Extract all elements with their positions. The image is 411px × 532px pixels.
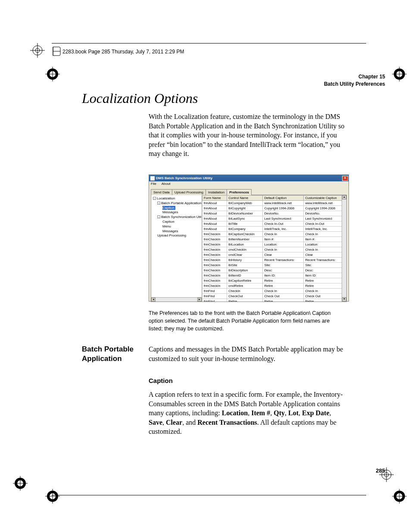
tree-node[interactable]: Upload Processing xyxy=(152,233,201,238)
table-row[interactable]: frmCheckIncmdClearClearClear xyxy=(202,252,346,258)
crop-mark-icon xyxy=(392,489,407,504)
crop-mark-icon xyxy=(13,476,28,491)
crop-mark-icon xyxy=(392,67,407,81)
tree-node[interactable]: -Batch Synchronization Utility xyxy=(152,215,201,220)
subheading-caption: Caption xyxy=(149,377,173,384)
tab-preferences[interactable]: Preferences xyxy=(227,189,252,195)
book-icon xyxy=(53,47,61,58)
tab-installation[interactable]: Installation xyxy=(206,189,227,195)
menu-bar: File About xyxy=(149,181,349,186)
table-row[interactable]: frmCheckInlblHistoryRecent Transactions:… xyxy=(202,258,346,263)
close-icon[interactable]: × xyxy=(342,176,348,181)
table-row[interactable]: frmAboutlblLastSyncLast Synchronized:Las… xyxy=(202,216,346,221)
table-row[interactable]: frmFindRetireRetireRetire xyxy=(202,299,346,302)
tree-node[interactable]: Caption xyxy=(152,220,201,224)
table-row[interactable]: frmAboutlblCompanyIntelliTrack, Inc.Inte… xyxy=(202,227,346,232)
scroll-up-icon[interactable]: ▲ xyxy=(342,195,346,199)
window-title: DMS Batch Synchronization Utility xyxy=(156,176,212,180)
table-row[interactable]: frmCheckInlblItemNumberItem #:Item #: xyxy=(202,237,346,242)
table-row[interactable]: frmAboutlblCompanyWebwww.intellitrack.ne… xyxy=(202,201,346,206)
column-header[interactable]: Control Name xyxy=(227,196,263,201)
running-header: Chapter 15 Batch Utility Preferences xyxy=(324,73,385,88)
tree-expander-icon[interactable]: - xyxy=(153,197,156,200)
app-window: DMS Batch Synchronization Utility × File… xyxy=(149,174,349,302)
scroll-right-icon[interactable]: ► xyxy=(197,298,202,302)
table-row[interactable]: frmFindCheckOutCheck OutCheck Out xyxy=(202,294,346,299)
grid-view[interactable]: Form NameControl NameDefault CaptionCust… xyxy=(202,195,346,302)
title-bar: DMS Batch Synchronization Utility × xyxy=(149,175,349,181)
table-row[interactable]: frmCheckIncmdRetireRetireRetire xyxy=(202,283,346,289)
table-row[interactable]: frmCheckInlblCaptionCheckInCheck InCheck… xyxy=(202,232,346,237)
page-number: 285 xyxy=(376,467,385,474)
tree-node[interactable]: -Localization xyxy=(152,196,201,201)
grid-scrollbar-vertical[interactable]: ▲▼ xyxy=(342,195,346,302)
table-row[interactable]: frmFindCheckInCheck InCheck In xyxy=(202,289,346,294)
section-heading: Localization Options xyxy=(82,90,198,106)
scroll-left-icon[interactable]: ◄ xyxy=(151,298,156,302)
scroll-down-icon[interactable]: ▼ xyxy=(342,297,346,302)
table-row[interactable]: frmCheckInlblDescriptionDesc:Desc: xyxy=(202,268,346,273)
figure-caption: The Preferences tab to the front with th… xyxy=(149,309,345,333)
table-row[interactable]: frmCheckInlblCaptionRetireRetireRetire xyxy=(202,278,346,283)
table-row[interactable]: frmCheckInlblItemIDItem ID:Item ID: xyxy=(202,273,346,278)
tree-scrollbar-horizontal[interactable]: ◄► xyxy=(151,297,202,302)
menu-about[interactable]: About xyxy=(162,182,171,186)
table-row[interactable]: frmAboutlblDeviceNumberDeviceNo.DeviceNo… xyxy=(202,211,346,216)
table-row[interactable]: frmAboutlblCopyrightCopyright 1994-2006C… xyxy=(202,206,346,211)
menu-file[interactable]: File xyxy=(151,182,156,186)
tree-node[interactable]: Menu xyxy=(152,224,201,229)
tab-strip: Send Data Upload Processing Installation… xyxy=(151,189,347,195)
column-header[interactable]: Default Caption xyxy=(263,196,304,201)
intro-paragraph: With the Localization feature, customize… xyxy=(149,112,345,159)
tree-expander-icon[interactable]: - xyxy=(157,202,160,205)
table-row[interactable]: frmCheckIncmdCheckInCheck InCheck In xyxy=(202,247,346,252)
tree-view[interactable]: -Localization-Batch Portable Application… xyxy=(151,195,202,302)
tree-node[interactable]: -Batch Portable Application xyxy=(152,201,201,206)
tab-body: -Localization-Batch Portable Application… xyxy=(151,195,347,302)
paragraph-caption: A caption refers to text in a specific f… xyxy=(149,390,345,436)
chapter-label: Chapter 15 xyxy=(324,73,385,81)
tree-node[interactable]: Messages xyxy=(152,210,201,215)
chapter-title: Batch Utility Preferences xyxy=(324,81,385,88)
crop-mark-icon xyxy=(30,43,45,58)
paragraph-bpa: Captions and messages in the DMS Batch P… xyxy=(149,345,345,363)
tab-send-data[interactable]: Send Data xyxy=(151,189,172,195)
table-row[interactable]: frmCheckInlblSiteSite:Site: xyxy=(202,263,346,268)
column-header[interactable]: Form Name xyxy=(202,196,227,201)
table-row[interactable]: frmAboutlblTitleCheck In-OutCheck In-Out xyxy=(202,221,346,227)
tree-expander-icon[interactable]: - xyxy=(157,215,160,218)
tree-node[interactable]: Messages xyxy=(152,229,201,234)
table-row[interactable]: frmCheckInlblLocationLocation:Location: xyxy=(202,242,346,247)
tab-upload-processing[interactable]: Upload Processing xyxy=(172,189,206,195)
tree-node[interactable]: Caption xyxy=(152,206,201,211)
sidebar-heading: Batch Portable Application xyxy=(82,345,138,364)
book-meta-line: 2283.book Page 285 Thursday, July 7, 201… xyxy=(62,49,184,55)
column-header[interactable]: Customizable Caption xyxy=(304,196,346,201)
app-icon xyxy=(150,176,155,180)
